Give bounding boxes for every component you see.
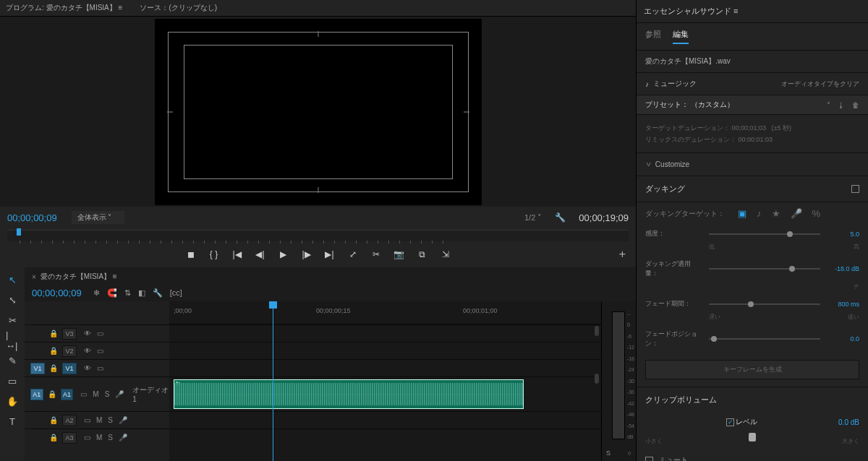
program-preview[interactable] [155, 19, 482, 205]
duck-amount-slider[interactable] [709, 268, 820, 270]
program-scrubber[interactable] [7, 230, 629, 241]
cc-icon[interactable]: [cc] [170, 288, 182, 298]
selection-tool[interactable]: ↖ [6, 273, 19, 286]
snap-icon[interactable]: ❄ [93, 288, 100, 298]
transport-bar: ◼ { } |◀ ◀| ▶ |▶ ▶| ⤢ ✂ 📷 ⧉ ⇲ + [0, 244, 636, 267]
track-v1[interactable]: V1🔒V1👁▭ [25, 359, 169, 376]
download-icon[interactable]: ⭳ [838, 101, 845, 109]
track-a3[interactable]: 🔒A3▭MS🎤 [25, 428, 169, 446]
type-tool[interactable]: T [6, 415, 19, 428]
linked-icon[interactable]: 🧲 [107, 288, 117, 298]
fade-slider[interactable] [709, 303, 820, 305]
preset-select[interactable]: プリセット： （カスタム） ˅ ⭳ 🗑 [637, 95, 868, 115]
target-ambience-icon[interactable]: 🎤 [791, 208, 802, 219]
scroll-thumb[interactable] [595, 326, 599, 336]
music-icon: ♪ [645, 80, 649, 88]
razor-tool[interactable]: ✂ [6, 314, 19, 327]
essential-sound-panel: エッセンシャルサウンド ≡ 参照 編集 愛のカタチ【MISIA】.wav ♪ ミ… [637, 0, 868, 461]
generate-keyframes-button[interactable]: キーフレームを生成 [645, 360, 859, 379]
track-select-tool[interactable]: ⤡ [6, 293, 19, 306]
compare-button[interactable]: ⧉ [417, 249, 428, 260]
slip-tool[interactable]: |↔| [6, 334, 19, 347]
ducking-label: ダッキング [645, 184, 685, 194]
panel-title: エッセンシャルサウンド ≡ [637, 0, 868, 23]
sensitivity-slider[interactable] [709, 233, 820, 235]
rectangle-tool[interactable]: ▭ [6, 374, 19, 387]
solo-button[interactable]: S [606, 449, 610, 457]
settings2-icon[interactable]: ◧ [138, 288, 145, 298]
zoom-select[interactable]: 全体表示 ˅ [72, 211, 125, 224]
safe-margin-button[interactable]: ⇲ [440, 249, 451, 260]
hand-tool[interactable]: ✋ [6, 395, 19, 408]
extract-button[interactable]: ✂ [370, 249, 382, 260]
track-headers: 🔒V3👁▭ 🔒V2👁▭ V1🔒V1👁▭ A1🔒A1▭MS🎤オーディオ 1 🔒A2… [25, 301, 169, 461]
play-button[interactable]: ▶ [278, 249, 289, 260]
mark-in-button[interactable]: ◼ [185, 249, 197, 260]
track-v2[interactable]: 🔒V2👁▭ [25, 342, 169, 359]
target-sfx-icon[interactable]: ★ [772, 208, 780, 219]
playhead-icon[interactable] [17, 228, 21, 236]
customize-toggle[interactable]: Customize [637, 153, 868, 176]
marker-icon[interactable]: ⇅ [124, 288, 131, 298]
current-timecode[interactable]: 00;00;00;09 [7, 212, 57, 223]
export-frame-button[interactable]: 📷 [393, 249, 405, 260]
target-dialogue-icon[interactable]: ▣ [738, 208, 746, 219]
track-a1[interactable]: A1🔒A1▭MS🎤オーディオ 1 [25, 376, 169, 411]
timeline-timecode[interactable]: 00;00;00;09 [32, 288, 82, 298]
source-label: ソース：(クリップなし) [140, 3, 217, 13]
audio-type-label: ミュージック [653, 79, 697, 89]
program-panel: プログラム: 愛のカタチ【MISIA】 ≡ ソース：(クリップなし) 00;00… [0, 0, 636, 267]
step-back-button[interactable]: ◀| [255, 249, 266, 260]
clear-audio-type[interactable]: オーディオタイプをクリア [781, 79, 859, 89]
track-area[interactable]: ;00;00 00;00;00;15 00;00;01;00 fx [169, 301, 601, 461]
tab-browse[interactable]: 参照 [645, 29, 661, 44]
mark-out-button[interactable]: { } [208, 249, 220, 260]
lift-button[interactable]: ⤢ [347, 249, 359, 260]
step-fwd-button[interactable]: |▶ [301, 249, 312, 260]
duration-timecode: 00;00;19;09 [579, 212, 629, 223]
target-music-icon[interactable]: ♪ [757, 208, 762, 219]
sequence-tab[interactable]: 愛のカタチ【MISIA】 ≡ [25, 267, 636, 285]
file-name: 愛のカタチ【MISIA】.wav [637, 51, 868, 73]
audio-clip[interactable]: fx [174, 379, 524, 409]
timeline-panel: ↖ ⤡ ✂ |↔| ✎ ▭ ✋ T 愛のカタチ【MISIA】 ≡ 00;00;0… [0, 267, 636, 461]
settings-icon[interactable]: 🔧 [555, 212, 566, 223]
wrench2-icon[interactable]: 🔧 [153, 288, 163, 298]
record-button[interactable]: ○ [628, 449, 631, 457]
mute-checkbox[interactable] [645, 457, 653, 461]
go-to-in-button[interactable]: |◀ [231, 249, 243, 260]
program-title: プログラム: 愛のカタチ【MISIA】 ≡ [6, 3, 122, 13]
chevron-down-icon: ˅ [827, 101, 830, 109]
clip-volume-label: クリップボリューム [637, 387, 868, 413]
level-value[interactable]: 0.0 dB [838, 418, 859, 426]
ducking-checkbox[interactable] [851, 185, 859, 193]
trash-icon[interactable]: 🗑 [852, 101, 859, 109]
track-a2[interactable]: 🔒A2▭MS🎤 [25, 411, 169, 428]
scroll-thumb-2[interactable] [595, 374, 599, 384]
level-checkbox[interactable] [726, 418, 734, 426]
target-unassigned-icon[interactable]: % [812, 208, 821, 219]
button-editor-icon[interactable]: + [619, 248, 626, 261]
pen-tool[interactable]: ✎ [6, 354, 19, 367]
resolution-select[interactable]: 1/2 ˅ [524, 213, 542, 223]
track-v3[interactable]: 🔒V3👁▭ [25, 324, 169, 342]
go-to-out-button[interactable]: ▶| [324, 249, 336, 260]
timeline-playhead[interactable] [273, 301, 273, 461]
tab-edit[interactable]: 編集 [673, 29, 689, 44]
fade-pos-slider[interactable] [709, 338, 820, 340]
audio-meter: --0-6-12-18-24-30-36-42-48-54dB S○ [601, 301, 636, 461]
tool-column: ↖ ⤡ ✂ |↔| ✎ ▭ ✋ T [0, 267, 25, 461]
time-ruler[interactable]: ;00;00 00;00;00;15 00;00;01;00 [169, 301, 601, 324]
